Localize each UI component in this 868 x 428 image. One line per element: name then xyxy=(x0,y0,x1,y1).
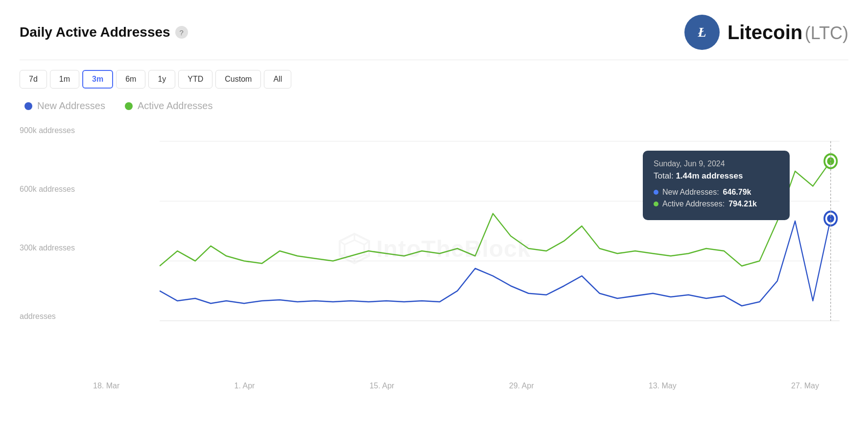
filter-3m[interactable]: 3m xyxy=(82,70,113,89)
tooltip-dot-new xyxy=(654,190,658,195)
x-label-apr15: 15. Apr xyxy=(370,382,395,390)
ltc-logo: Ł xyxy=(684,15,720,50)
tooltip-total-value: 1.44m addresses xyxy=(676,171,743,180)
brand-ticker: (LTC) xyxy=(805,23,848,43)
x-label-may27: 27. May xyxy=(791,382,819,390)
tooltip-new-label: New Addresses: xyxy=(662,188,719,197)
legend-new-addresses: New Addresses xyxy=(24,100,105,112)
brand-name-group: Litecoin (LTC) xyxy=(727,22,848,44)
legend-label-new: New Addresses xyxy=(37,100,105,112)
title-group: Daily Active Addresses ? xyxy=(20,24,188,40)
svg-marker-3 xyxy=(344,240,364,259)
x-axis-labels: 18. Mar 1. Apr 15. Apr 29. Apr 13. May 2… xyxy=(20,378,848,390)
y-label-600k: 600k addresses xyxy=(20,185,75,194)
time-filters: 7d 1m 3m 6m 1y YTD Custom All xyxy=(20,70,848,89)
tooltip-active-value: 794.21k xyxy=(728,200,757,208)
tooltip-new-value: 646.79k xyxy=(723,188,751,197)
filter-custom[interactable]: Custom xyxy=(215,70,261,89)
x-label-apr1: 1. Apr xyxy=(235,382,255,390)
tooltip-active-label: Active Addresses: xyxy=(662,200,725,208)
brand-group: Ł Litecoin (LTC) xyxy=(684,15,848,50)
page-title: Daily Active Addresses xyxy=(20,24,170,40)
watermark: IntoTheBlock xyxy=(337,231,531,266)
tooltip-new-addresses: New Addresses: 646.79k xyxy=(654,188,779,197)
brand-name: Litecoin xyxy=(727,22,802,43)
filter-7d[interactable]: 7d xyxy=(20,70,47,89)
legend: New Addresses Active Addresses xyxy=(20,100,848,112)
x-label-apr29: 29. Apr xyxy=(509,382,534,390)
header-row: Daily Active Addresses ? Ł Litecoin (LTC… xyxy=(20,15,848,50)
filter-all[interactable]: All xyxy=(264,70,291,89)
legend-label-active: Active Addresses xyxy=(138,100,212,112)
tooltip-active-addresses: Active Addresses: 794.21k xyxy=(654,200,779,208)
y-label-0: addresses xyxy=(20,312,56,321)
svg-line-8 xyxy=(339,255,344,256)
tooltip-total: Total: 1.44m addresses xyxy=(654,171,779,181)
tooltip-date: Sunday, Jun 9, 2024 xyxy=(654,159,779,168)
filter-6m[interactable]: 6m xyxy=(116,70,145,89)
y-label-900k: 900k addresses xyxy=(20,126,75,135)
help-icon[interactable]: ? xyxy=(175,26,188,39)
legend-dot-active xyxy=(125,102,133,110)
tooltip-dot-active xyxy=(654,202,658,206)
watermark-text: IntoTheBlock xyxy=(376,235,531,262)
legend-active-addresses: Active Addresses xyxy=(125,100,212,112)
svg-line-6 xyxy=(364,255,369,256)
x-label-may13: 13. May xyxy=(649,382,677,390)
header-divider xyxy=(20,60,848,60)
x-label-mar18: 18. Mar xyxy=(93,382,119,390)
legend-dot-new xyxy=(24,102,32,110)
main-container: Daily Active Addresses ? Ł Litecoin (LTC… xyxy=(0,0,868,428)
y-label-300k: 300k addresses xyxy=(20,244,75,252)
filter-1y[interactable]: 1y xyxy=(148,70,175,89)
svg-text:Ł: Ł xyxy=(697,24,706,40)
chart-tooltip: Sunday, Jun 9, 2024 Total: 1.44m address… xyxy=(643,151,790,220)
filter-ytd[interactable]: YTD xyxy=(178,70,212,89)
chart-area: 900k addresses 600k addresses 300k addre… xyxy=(20,121,848,376)
filter-1m[interactable]: 1m xyxy=(50,70,79,89)
